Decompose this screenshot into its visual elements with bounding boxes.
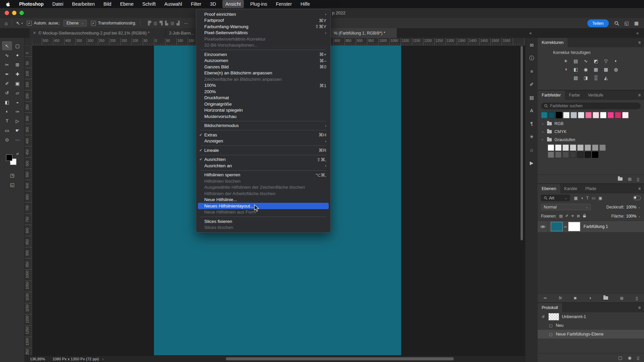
invert-icon[interactable]: ◍ bbox=[611, 65, 621, 73]
shape-tool[interactable]: ▭ bbox=[2, 126, 12, 135]
path-selection-tool[interactable]: ▷ bbox=[12, 116, 22, 125]
actions-panel-icon[interactable]: ▶ bbox=[528, 160, 535, 166]
color-swatch[interactable] bbox=[599, 144, 606, 151]
swatch-group-cmyk[interactable]: ›CMYK bbox=[538, 128, 644, 136]
menu-item-hilfslinien-der-arbeitsfl-che-l-schen[interactable]: Hilfslinien der Arbeitsfläche löschen bbox=[196, 190, 330, 197]
menu-item-originalgr-e[interactable]: Originalgröße bbox=[196, 101, 330, 107]
zoom-tool[interactable]: ⊙ bbox=[2, 135, 12, 144]
lock-transparency-icon[interactable]: ▨ bbox=[559, 214, 562, 218]
color-swatch[interactable] bbox=[548, 144, 554, 151]
menu-item-pixelseitenverh-ltnis-korrektur[interactable]: Pixelseitenverhältnis-Korrektur bbox=[196, 36, 330, 42]
horizontal-scrollbar[interactable] bbox=[226, 357, 454, 360]
history-state-unbenannt-1[interactable]: ↺Unbenannt-1 bbox=[538, 312, 644, 321]
history-state-neue-farbf-llungs-ebene[interactable]: ▢Neue Farbfüllungs-Ebene bbox=[538, 330, 644, 339]
align-right-edges-icon[interactable]: ▜ bbox=[160, 21, 163, 25]
menu-item-farbumfang-warnung[interactable]: Farbumfang-Warnung⇧⌘Y bbox=[196, 23, 330, 30]
threshold-icon[interactable]: ◨ bbox=[581, 73, 591, 82]
menu-item-slices-fixieren[interactable]: Slices fixieren bbox=[196, 218, 330, 225]
paragraph-panel-icon[interactable]: ¶ bbox=[528, 120, 535, 127]
tab-protokoll[interactable]: Protokoll bbox=[538, 303, 562, 312]
new-adjustment-layer-icon[interactable]: ◑ bbox=[589, 296, 591, 300]
status-options-chevron[interactable]: › bbox=[102, 357, 104, 361]
mask-link-icon[interactable]: ∞ bbox=[564, 225, 567, 229]
color-swatch[interactable] bbox=[548, 152, 554, 158]
color-swatch[interactable] bbox=[615, 112, 621, 118]
menubar-item-photoshop[interactable]: Photoshop bbox=[19, 0, 44, 8]
menu-item-hilfslinien-sperren[interactable]: Hilfslinien sperren⌥⌘, bbox=[196, 172, 330, 178]
color-swatch[interactable] bbox=[541, 112, 547, 118]
color-balance-icon[interactable]: ◑ bbox=[561, 65, 571, 73]
lasso-tool[interactable]: ∿ bbox=[2, 51, 12, 60]
color-swatch[interactable] bbox=[600, 112, 606, 118]
menu-item-ebene-n-an-bildschirm-anpassen[interactable]: Ebene(n) an Bildschirm anpassen bbox=[196, 70, 330, 76]
menu-item-proof-einrichten[interactable]: Proof einrichten› bbox=[196, 11, 330, 17]
comments-panel-icon[interactable]: ✉ bbox=[528, 42, 535, 49]
color-swatch[interactable] bbox=[592, 144, 598, 151]
menu-item-200[interactable]: 200% bbox=[196, 88, 330, 95]
menu-item-farbproof[interactable]: Farbproof⌘Y bbox=[196, 17, 330, 24]
color-swatch[interactable] bbox=[592, 152, 598, 158]
panel-menu-icon[interactable]: ≡ bbox=[638, 40, 641, 45]
channel-mixer-icon[interactable]: ▦ bbox=[591, 65, 601, 73]
layer-visibility-eye-icon[interactable] bbox=[538, 221, 548, 232]
collapse-panels-chevron[interactable]: « bbox=[529, 31, 531, 36]
current-tool-button[interactable]: ↖ ▾ bbox=[16, 20, 23, 26]
color-swatch[interactable] bbox=[548, 112, 555, 118]
menu-item-100[interactable]: 100%⌘1 bbox=[196, 82, 330, 89]
dodge-tool[interactable]: ◐ bbox=[2, 107, 12, 116]
color-swatch[interactable] bbox=[555, 144, 561, 151]
panel-menu-icon[interactable]: ≡ bbox=[638, 186, 641, 191]
menu-item-ganzes-bild[interactable]: Ganzes Bild⌘0 bbox=[196, 64, 330, 70]
menubar-item-plug-ins[interactable]: Plug-ins bbox=[250, 0, 267, 8]
healing-brush-tool[interactable]: ✚ bbox=[12, 69, 22, 78]
history-state-neu[interactable]: ▢Neu bbox=[538, 321, 644, 330]
type-tool[interactable]: T bbox=[2, 116, 12, 125]
add-layer-mask-icon[interactable]: ◙ bbox=[574, 296, 577, 300]
color-swatch[interactable] bbox=[556, 112, 562, 118]
menu-item-32-bit-vorschauoptionen[interactable]: 32-Bit-Vorschauoptionen... bbox=[196, 42, 330, 49]
filter-type-layers-icon[interactable]: T bbox=[586, 196, 589, 200]
ruler-origin-corner[interactable] bbox=[24, 38, 32, 46]
screen-mode-icon[interactable]: ◱ bbox=[10, 182, 14, 187]
menu-item-druckformat[interactable]: Druckformat bbox=[196, 95, 330, 101]
quick-mask-icon[interactable]: ◳ bbox=[10, 173, 14, 178]
tab-ebenen[interactable]: Ebenen bbox=[538, 184, 560, 193]
frame-tool[interactable]: ⊞ bbox=[12, 60, 22, 69]
tab-pfade[interactable]: Pfade bbox=[581, 184, 600, 193]
chevron-right-icon[interactable]: › bbox=[541, 138, 545, 141]
filter-smart-objects-icon[interactable]: ▣ bbox=[598, 196, 602, 200]
menu-item-ausgew-hlte-hilfslinien-der-zeichenfl-che-l-schen[interactable]: Ausgewählte Hilfslinien der Zeichenfläch… bbox=[196, 184, 330, 191]
menu-item-neues-hilfslinienlayout[interactable]: Neues Hilfslinienlayout... bbox=[198, 203, 329, 209]
search-icon[interactable] bbox=[614, 21, 619, 26]
menubar-item-bearbeiten[interactable]: Bearbeiten bbox=[72, 0, 95, 8]
menubar-item-ebene[interactable]: Ebene bbox=[120, 0, 133, 8]
brush-tool[interactable]: ✐ bbox=[2, 79, 12, 88]
color-swatch[interactable] bbox=[563, 112, 570, 118]
menu-item-anzeigen[interactable]: Anzeigen› bbox=[196, 138, 330, 144]
menu-item-neue-hilfslinien-aus-form[interactable]: Neue Hilfslinien aus Form bbox=[196, 209, 330, 216]
delete-state-icon[interactable]: ▯ bbox=[637, 355, 639, 360]
menubar-item-filter[interactable]: Filter bbox=[191, 0, 201, 8]
lock-image-icon[interactable]: ✐ bbox=[565, 214, 568, 218]
color-swatch[interactable] bbox=[562, 152, 569, 158]
exposure-icon[interactable]: ◩ bbox=[591, 57, 601, 65]
apple-menu-icon[interactable] bbox=[6, 2, 10, 7]
clone-source-panel-icon[interactable]: ▤ bbox=[528, 94, 535, 101]
move-tool[interactable]: ↖ bbox=[2, 41, 12, 50]
selective-color-icon[interactable]: ◭ bbox=[601, 73, 611, 82]
transform-controls-checkbox[interactable]: ✓ bbox=[91, 21, 96, 26]
crop-tool[interactable]: ✂ bbox=[2, 60, 12, 69]
new-swatch-group-icon[interactable] bbox=[618, 177, 623, 181]
swatch-group-rgb[interactable]: ›RGB bbox=[538, 120, 644, 128]
tab-verl-ufe[interactable]: Verläufe bbox=[584, 90, 607, 100]
filter-adjustment-layers-icon[interactable]: ◑ bbox=[581, 196, 583, 200]
layer-name[interactable]: Farbfüllung 1 bbox=[584, 224, 608, 229]
lock-artboard-icon[interactable]: ⊞ bbox=[577, 214, 580, 218]
vibrance-icon[interactable]: ▽ bbox=[601, 57, 611, 65]
share-button[interactable]: Teilen bbox=[587, 19, 609, 27]
menu-item-zeichenfl-che-an-bildschirm-anpassen[interactable]: Zeichenfläche an Bildschirm anpassen bbox=[196, 76, 330, 82]
color-swatch[interactable] bbox=[570, 144, 576, 151]
chevron-right-icon[interactable]: › bbox=[541, 122, 544, 126]
history-brush-tool[interactable]: ↺ bbox=[2, 88, 12, 97]
new-swatch-icon[interactable]: ⊞ bbox=[628, 177, 632, 182]
